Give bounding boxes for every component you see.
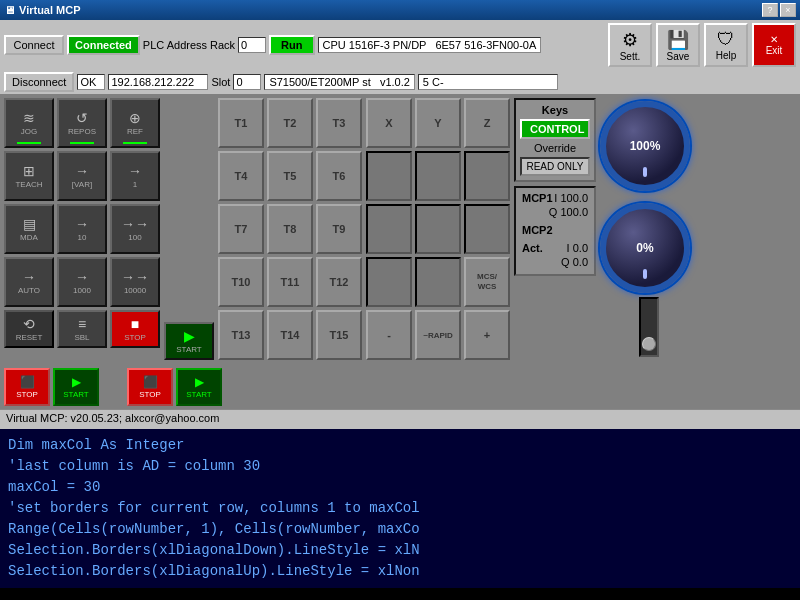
- t14-button[interactable]: T14: [267, 310, 313, 360]
- control-button[interactable]: CONTROL: [520, 119, 590, 139]
- repos-icon: ↺: [76, 110, 88, 126]
- empty-3: [464, 151, 510, 201]
- spindle-stop-icon: ⬛: [143, 375, 158, 389]
- t-buttons-panel: T1 T2 T3 T4 T5 T6 T7 T8 T9 T10 T11 T12 T…: [218, 98, 362, 360]
- feed-override-group: ⬛ STOP ▶ START: [4, 368, 99, 406]
- empty-6: [464, 204, 510, 254]
- save-label: Save: [667, 51, 690, 62]
- inc1000-button[interactable]: → 1000: [57, 257, 107, 307]
- feed-knob[interactable]: 100%: [600, 101, 690, 191]
- left-panel: ≋ JOG ↺ REPOS ⊕ REF ⊞ TEACH → [VAR] →: [4, 98, 160, 360]
- empty-5: [415, 204, 461, 254]
- settings-button[interactable]: ⚙ Sett.: [608, 23, 652, 67]
- spindle-group: ⬛ STOP ▶ START: [127, 368, 222, 406]
- auto-button[interactable]: → AUTO: [4, 257, 54, 307]
- empty-2: [415, 151, 461, 201]
- t7-button[interactable]: T7: [218, 204, 264, 254]
- rack-input[interactable]: [238, 37, 266, 53]
- help-title-button[interactable]: ?: [762, 3, 778, 17]
- sbl-button[interactable]: ≡ SBL: [57, 310, 107, 348]
- disconnect-button[interactable]: Disconnect: [4, 72, 74, 92]
- var-button[interactable]: → [VAR]: [57, 151, 107, 201]
- t5-button[interactable]: T5: [267, 151, 313, 201]
- plus-button[interactable]: +: [464, 310, 510, 360]
- connected-button[interactable]: Connected: [67, 35, 140, 55]
- plc-address-label: PLC Address: [143, 39, 207, 51]
- inc10000-button[interactable]: →→ 10000: [110, 257, 160, 307]
- t2-button[interactable]: T2: [267, 98, 313, 148]
- close-title-button[interactable]: ×: [780, 3, 796, 17]
- teach-button[interactable]: ⊞ TEACH: [4, 151, 54, 201]
- cpu-info: CPU 1516F-3 PN/DP 6E57 516-3FN00-0A: [318, 37, 542, 53]
- inc100-label: 100: [128, 233, 141, 242]
- teach-label: TEACH: [15, 180, 42, 189]
- var-label: [VAR]: [72, 180, 92, 189]
- spindle-stop-label: STOP: [139, 390, 161, 399]
- help-button[interactable]: 🛡 Help: [704, 23, 748, 67]
- act-q-value: Q 0.0: [561, 256, 588, 268]
- inc10-button[interactable]: → 10: [57, 204, 107, 254]
- inc1-button[interactable]: → 1: [110, 151, 160, 201]
- t6-button[interactable]: T6: [316, 151, 362, 201]
- save-button[interactable]: 💾 Save: [656, 23, 700, 67]
- sbl-label: SBL: [74, 333, 89, 342]
- t3-button[interactable]: T3: [316, 98, 362, 148]
- slot-input[interactable]: [233, 74, 261, 90]
- z-button[interactable]: Z: [464, 98, 510, 148]
- connect-button[interactable]: Connect: [4, 35, 64, 55]
- act-i-value: I 0.0: [567, 242, 588, 254]
- spindle-start-button[interactable]: ▶ START: [176, 368, 222, 406]
- rapid-button[interactable]: ~RAPID: [415, 310, 461, 360]
- ok-status: OK: [77, 74, 105, 90]
- ip-address-field[interactable]: 192.168.212.222: [108, 74, 208, 90]
- settings-label: Sett.: [620, 51, 641, 62]
- jog-button[interactable]: ≋ JOG: [4, 98, 54, 148]
- t4-button[interactable]: T4: [218, 151, 264, 201]
- ref-icon: ⊕: [129, 110, 141, 126]
- inc1000-icon: →: [75, 269, 89, 285]
- spindle-knob-label: 0%: [636, 241, 653, 255]
- t9-button[interactable]: T9: [316, 204, 362, 254]
- feed-stop-button[interactable]: ⬛ STOP: [4, 368, 50, 406]
- feed-start-button[interactable]: ▶ START: [53, 368, 99, 406]
- sbl-icon: ≡: [78, 316, 86, 332]
- repos-label: REPOS: [68, 127, 96, 136]
- slider-handle[interactable]: [642, 337, 656, 351]
- x-button[interactable]: X: [366, 98, 412, 148]
- reset-button[interactable]: ⟲ RESET: [4, 310, 54, 348]
- t8-button[interactable]: T8: [267, 204, 313, 254]
- read-only-button[interactable]: READ ONLY: [520, 157, 590, 176]
- mcs-wcs-button[interactable]: MCS/WCS: [464, 257, 510, 307]
- code-line-5: 'set borders for current row, columns 1 …: [8, 498, 792, 519]
- feed-knob-indicator: [643, 167, 647, 177]
- y-button[interactable]: Y: [415, 98, 461, 148]
- inc100-button[interactable]: →→ 100: [110, 204, 160, 254]
- t12-button[interactable]: T12: [316, 257, 362, 307]
- exit-button[interactable]: ✕ Exit: [752, 23, 796, 67]
- spindle-knob-container: 0%: [600, 195, 690, 293]
- program-start-button[interactable]: ▶ START: [164, 322, 214, 360]
- start-icon: ▶: [184, 328, 195, 344]
- run-button[interactable]: Run: [269, 35, 314, 55]
- keys-box: Keys CONTROL Override READ ONLY: [514, 98, 596, 182]
- ref-button[interactable]: ⊕ REF: [110, 98, 160, 148]
- t1-button[interactable]: T1: [218, 98, 264, 148]
- repos-button[interactable]: ↺ REPOS: [57, 98, 107, 148]
- title-bar: 🖥 Virtual MCP ? ×: [0, 0, 800, 20]
- mda-label: MDA: [20, 233, 38, 242]
- t15-button[interactable]: T15: [316, 310, 362, 360]
- knob-slider[interactable]: [639, 297, 659, 357]
- t13-button[interactable]: T13: [218, 310, 264, 360]
- spindle-stop-button[interactable]: ⬛ STOP: [127, 368, 173, 406]
- program-stop-button[interactable]: ■ STOP: [110, 310, 160, 348]
- firmware-info: S71500/ET200MP st v1.0.2: [264, 74, 414, 90]
- feed-stop-icon: ⬛: [20, 375, 35, 389]
- minus-button[interactable]: -: [366, 310, 412, 360]
- t11-button[interactable]: T11: [267, 257, 313, 307]
- inc10-label: 10: [78, 233, 87, 242]
- mda-button[interactable]: ▤ MDA: [4, 204, 54, 254]
- t10-button[interactable]: T10: [218, 257, 264, 307]
- spindle-knob[interactable]: 0%: [600, 203, 690, 293]
- feed-start-label: START: [63, 390, 88, 399]
- mda-icon: ▤: [23, 216, 36, 232]
